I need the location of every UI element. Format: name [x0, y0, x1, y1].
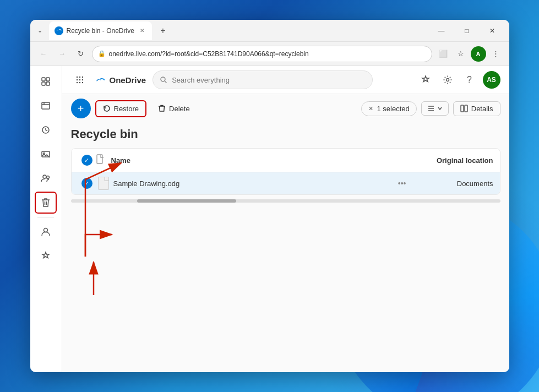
- screen-cast-icon[interactable]: ⬜: [435, 46, 451, 62]
- onedrive-logo: OneDrive: [95, 75, 146, 85]
- row-file-icon: [96, 177, 111, 190]
- view-toggle-button[interactable]: [421, 101, 449, 116]
- table-header: ✓ Name Original location: [72, 149, 500, 172]
- delete-icon: [158, 105, 166, 112]
- tab-chevron[interactable]: ⌄: [35, 25, 46, 36]
- restore-icon: [103, 105, 111, 112]
- content-area: OneDrive ? AS: [62, 66, 509, 372]
- sidebar-divider: [37, 217, 54, 217]
- selected-count-text: 1 selected: [377, 105, 409, 113]
- sidebar-item-shared[interactable]: [35, 167, 57, 189]
- svg-rect-1: [46, 78, 50, 81]
- scrollbar-thumb[interactable]: [137, 199, 236, 203]
- url-text: onedrive.live.com/?id=root&cid=C52B81741…: [109, 50, 426, 58]
- profile-avatar[interactable]: A: [471, 46, 486, 62]
- apps-grid-button[interactable]: [71, 71, 89, 89]
- page-title: Recycle bin: [71, 127, 500, 141]
- tab-strip: ⌄ Recycle bin - OneDrive ✕ +: [35, 21, 171, 40]
- close-button[interactable]: ✕: [480, 22, 505, 40]
- active-tab[interactable]: Recycle bin - OneDrive ✕: [49, 21, 152, 40]
- menu-dots-icon[interactable]: ⋮: [488, 46, 504, 62]
- forward-button[interactable]: →: [55, 46, 70, 62]
- svg-point-13: [81, 77, 83, 78]
- title-bar: ⌄ Recycle bin - OneDrive ✕ + — □ ✕: [30, 20, 509, 42]
- search-bar[interactable]: [153, 70, 373, 89]
- svg-point-18: [79, 82, 80, 83]
- header-actions: ? AS: [417, 71, 500, 89]
- svg-point-17: [76, 82, 77, 83]
- selected-count-badge[interactable]: ✕ 1 selected: [361, 101, 416, 116]
- address-actions: ⬜ ☆ A ⋮: [435, 46, 504, 62]
- svg-rect-0: [42, 78, 45, 81]
- svg-point-20: [161, 77, 165, 81]
- restore-button[interactable]: Restore: [95, 100, 147, 117]
- tab-close-button[interactable]: ✕: [138, 26, 146, 35]
- sidebar-item-files[interactable]: [35, 95, 57, 117]
- svg-rect-4: [42, 102, 50, 109]
- row-more-button[interactable]: •••: [394, 179, 411, 188]
- svg-rect-3: [46, 82, 50, 85]
- details-label: Details: [471, 105, 493, 113]
- row-checkbox[interactable]: ✓: [78, 178, 96, 189]
- details-icon: [460, 105, 468, 112]
- horizontal-scrollbar[interactable]: [71, 199, 500, 203]
- tab-favicon: [55, 26, 63, 35]
- sidebar-item-account[interactable]: [35, 221, 57, 243]
- sidebar-item-recycle-bin[interactable]: [35, 192, 57, 214]
- delete-label: Delete: [169, 105, 190, 113]
- back-button[interactable]: ←: [36, 46, 51, 62]
- svg-point-21: [446, 79, 449, 81]
- restore-label: Restore: [114, 105, 139, 113]
- window-controls: — □ ✕: [429, 22, 505, 40]
- svg-point-14: [76, 79, 77, 80]
- maximize-button[interactable]: □: [454, 22, 480, 40]
- svg-point-11: [76, 77, 77, 78]
- premium-icon[interactable]: [417, 71, 434, 89]
- app-title: OneDrive: [110, 75, 146, 85]
- new-tab-button[interactable]: +: [155, 23, 171, 39]
- settings-icon[interactable]: [439, 71, 456, 89]
- checkbox-checked-icon: ✓: [81, 178, 92, 189]
- favorites-icon[interactable]: ☆: [453, 46, 469, 62]
- header-file-icon: [96, 154, 111, 166]
- search-icon: [160, 76, 167, 84]
- help-icon[interactable]: ?: [461, 71, 478, 89]
- row-filename: Sample Drawing.odg: [111, 179, 394, 188]
- add-button[interactable]: +: [71, 99, 91, 118]
- refresh-button[interactable]: ↻: [73, 46, 89, 62]
- svg-rect-23: [465, 105, 467, 112]
- column-location-header: Original location: [383, 156, 493, 165]
- table-row[interactable]: ✓ Sample Drawing.odg ••• Documents: [72, 172, 500, 194]
- chevron-down-icon: [437, 106, 443, 111]
- user-avatar[interactable]: AS: [483, 71, 500, 89]
- address-bar: ← → ↻ 🔒 onedrive.live.com/?id=root&cid=C…: [30, 42, 509, 66]
- svg-point-19: [81, 82, 83, 83]
- header-checkbox[interactable]: ✓: [78, 155, 96, 166]
- delete-button[interactable]: Delete: [151, 101, 197, 117]
- sidebar-item-photos[interactable]: [35, 143, 57, 165]
- header-check-icon: ✓: [81, 155, 92, 166]
- action-toolbar: + Restore Delete ✕ 1 selected: [62, 94, 509, 123]
- list-view-icon: [427, 105, 435, 112]
- onedrive-header: OneDrive ? AS: [62, 66, 509, 94]
- svg-point-9: [47, 176, 50, 179]
- sidebar-item-premium[interactable]: [35, 245, 57, 267]
- svg-point-10: [44, 228, 48, 232]
- main-content: OneDrive ? AS: [30, 66, 509, 372]
- row-location: Documents: [411, 179, 493, 188]
- column-name-header: Name: [111, 156, 383, 165]
- svg-rect-2: [42, 82, 45, 85]
- svg-point-12: [79, 77, 80, 78]
- file-document-icon: [98, 177, 109, 190]
- sidebar: [30, 66, 62, 372]
- sidebar-item-home[interactable]: [35, 70, 57, 92]
- search-input[interactable]: [172, 76, 366, 84]
- sidebar-item-recent[interactable]: [35, 119, 57, 141]
- minimize-button[interactable]: —: [429, 22, 454, 40]
- url-bar[interactable]: 🔒 onedrive.live.com/?id=root&cid=C52B817…: [92, 46, 432, 62]
- security-icon: 🔒: [98, 50, 106, 57]
- details-button[interactable]: Details: [453, 101, 500, 116]
- close-selection-icon: ✕: [368, 105, 373, 112]
- svg-point-16: [81, 79, 83, 80]
- svg-point-8: [43, 175, 46, 178]
